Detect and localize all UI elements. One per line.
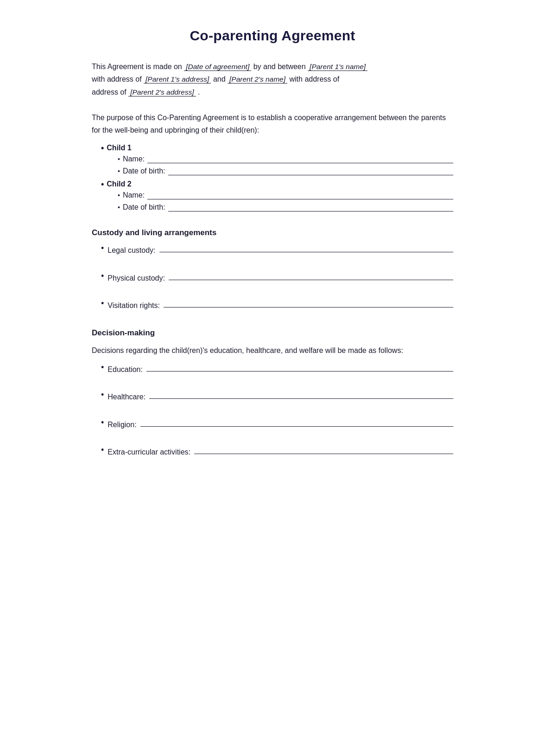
child-2-label: Child 2 bbox=[107, 180, 131, 188]
child-2-dob-line[interactable] bbox=[168, 203, 453, 211]
sub-bullet-icon: • bbox=[118, 155, 120, 163]
visitation-bullet: • bbox=[101, 299, 104, 308]
physical-custody-label: Physical custody: bbox=[108, 272, 165, 284]
legal-custody-label: Legal custody: bbox=[108, 244, 155, 256]
child-2-item: • Child 2 • Name: • Date of birth: bbox=[101, 180, 453, 211]
intro-text1: This Agreement is made on bbox=[92, 63, 182, 70]
sub-bullet-icon-2: • bbox=[118, 167, 120, 175]
child-2-dob-label: Date of birth: bbox=[123, 203, 165, 211]
child-1-name-label: Name: bbox=[123, 155, 145, 163]
religion-label: Religion: bbox=[108, 418, 136, 431]
child-2-bullet-icon: • bbox=[101, 180, 104, 188]
education-item: • Education: bbox=[101, 363, 453, 376]
legal-custody-bullet: • bbox=[101, 244, 104, 252]
intro-paragraph: This Agreement is made on [Date of agree… bbox=[92, 60, 453, 98]
child-2-name-label: Name: bbox=[123, 191, 145, 199]
child-1-dob-label: Date of birth: bbox=[123, 167, 165, 175]
physical-custody-line[interactable] bbox=[169, 272, 453, 280]
intro-text2: by and between bbox=[253, 63, 306, 70]
physical-custody-bullet: • bbox=[101, 272, 104, 280]
custody-section: Custody and living arrangements • Legal … bbox=[92, 228, 453, 312]
child-1-header: • Child 1 bbox=[101, 144, 453, 152]
child-1-dob-line[interactable] bbox=[168, 167, 453, 175]
child-1-name-line[interactable] bbox=[147, 155, 453, 163]
sub-bullet-icon-3: • bbox=[118, 192, 120, 199]
custody-list: • Legal custody: • Physical custody: • V… bbox=[101, 244, 453, 312]
child-1-sublist: • Name: • Date of birth: bbox=[118, 155, 453, 175]
healthcare-item: • Healthcare: bbox=[101, 391, 453, 403]
intro-text3: with address of bbox=[92, 75, 142, 83]
healthcare-line[interactable] bbox=[149, 391, 453, 399]
child-1-bullet-icon: • bbox=[101, 144, 104, 152]
extracurricular-line[interactable] bbox=[194, 446, 453, 454]
document-title: Co-parenting Agreement bbox=[92, 28, 453, 44]
child-2-header: • Child 2 bbox=[101, 180, 453, 188]
sub-bullet-icon-4: • bbox=[118, 204, 120, 211]
custody-heading: Custody and living arrangements bbox=[92, 228, 453, 237]
legal-custody-item: • Legal custody: bbox=[101, 244, 453, 256]
visitation-item: • Visitation rights: bbox=[101, 299, 453, 312]
child-1-item: • Child 1 • Name: • Date of birth: bbox=[101, 144, 453, 175]
field-date[interactable]: [Date of agreement] bbox=[184, 63, 251, 71]
intro-text5: with address of bbox=[290, 75, 340, 83]
visitation-line[interactable] bbox=[164, 299, 453, 308]
legal-custody-line[interactable] bbox=[159, 244, 454, 252]
education-bullet: • bbox=[101, 363, 104, 372]
extracurricular-bullet: • bbox=[101, 446, 104, 454]
child-2-name-field: • Name: bbox=[118, 191, 453, 199]
healthcare-bullet: • bbox=[101, 391, 104, 399]
education-line[interactable] bbox=[146, 363, 453, 372]
child-2-sublist: • Name: • Date of birth: bbox=[118, 191, 453, 211]
intro-text4: and bbox=[213, 75, 226, 83]
decision-list: • Education: • Healthcare: • Religion: •… bbox=[101, 363, 453, 458]
children-list: • Child 1 • Name: • Date of birth: • Chi bbox=[101, 144, 453, 211]
religion-line[interactable] bbox=[140, 418, 453, 427]
field-parent1-name[interactable]: [Parent 1's name] bbox=[308, 63, 368, 71]
healthcare-label: Healthcare: bbox=[108, 391, 146, 403]
child-1-label: Child 1 bbox=[107, 144, 131, 152]
intro-period: . bbox=[198, 88, 200, 96]
extracurricular-item: • Extra-curricular activities: bbox=[101, 446, 453, 458]
field-parent2-address[interactable]: [Parent 2's address] bbox=[128, 88, 196, 96]
decision-section: Decision-making Decisions regarding the … bbox=[92, 328, 453, 458]
physical-custody-item: • Physical custody: bbox=[101, 272, 453, 284]
child-1-dob-field: • Date of birth: bbox=[118, 167, 453, 175]
visitation-label: Visitation rights: bbox=[108, 299, 160, 312]
child-1-name-field: • Name: bbox=[118, 155, 453, 163]
intro-text5b: address of bbox=[92, 88, 127, 96]
decision-intro: Decisions regarding the child(ren)'s edu… bbox=[92, 344, 453, 357]
religion-bullet: • bbox=[101, 418, 104, 427]
field-parent2-name[interactable]: [Parent 2's name] bbox=[228, 75, 287, 83]
religion-item: • Religion: bbox=[101, 418, 453, 431]
extracurricular-label: Extra-curricular activities: bbox=[108, 446, 190, 458]
education-label: Education: bbox=[108, 363, 143, 376]
child-2-name-line[interactable] bbox=[147, 191, 453, 199]
document-container: Co-parenting Agreement This Agreement is… bbox=[64, 0, 481, 510]
purpose-paragraph: The purpose of this Co-Parenting Agreeme… bbox=[92, 111, 453, 136]
child-2-dob-field: • Date of birth: bbox=[118, 203, 453, 211]
decision-heading: Decision-making bbox=[92, 328, 453, 338]
field-parent1-address[interactable]: [Parent 1's address] bbox=[144, 75, 211, 83]
